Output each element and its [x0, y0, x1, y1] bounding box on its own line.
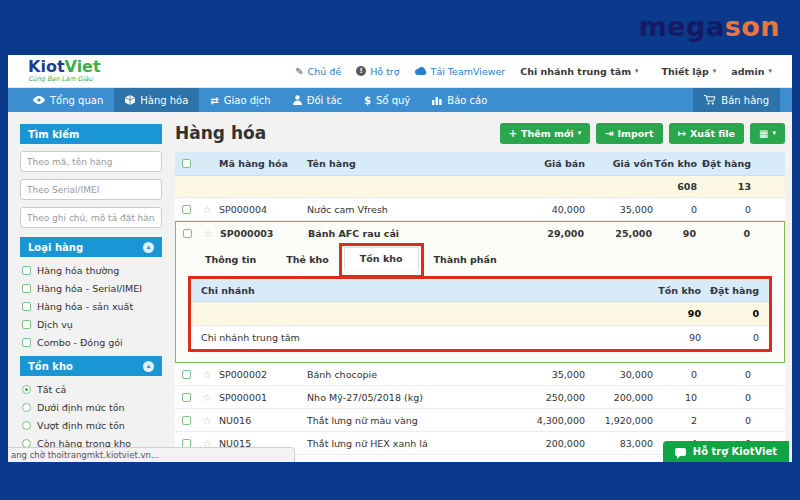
star-icon[interactable]: ☆ — [203, 392, 212, 403]
stock-section-header: Tồn kho▴ — [20, 356, 162, 376]
branch-selector[interactable]: Chi nhánh trung tâm▾ — [520, 66, 638, 77]
cell-name: Nho Mỹ-27/05/2018 (kg) — [307, 392, 490, 403]
table-row[interactable]: ☆ SP000001 Nho Mỹ-27/05/2018 (kg) 250,00… — [175, 386, 785, 409]
nav-partners[interactable]: Đối tác — [282, 88, 353, 112]
nav-cashbook-label: Sổ quỹ — [376, 95, 410, 106]
megason-logo-part2: son — [725, 11, 780, 42]
export-button[interactable]: ↦Xuất file — [669, 123, 744, 144]
cell-name: Bánh chocopie — [307, 369, 490, 380]
toolbar: +Thêm mới▾ ⇥Import ↦Xuất file ▦▾ — [500, 123, 785, 144]
browser-status-bar: ang chờ thoitrangmkt.kiotviet.vn... — [8, 447, 295, 462]
search-note-input[interactable] — [20, 207, 162, 228]
checkbox-icon[interactable] — [22, 284, 31, 293]
search-serial-input[interactable] — [20, 179, 162, 200]
nav-sell-button[interactable]: Bán hàng — [693, 88, 780, 112]
select-all-checkbox[interactable] — [182, 159, 191, 168]
checkbox-icon[interactable] — [22, 266, 31, 275]
row-checkbox[interactable] — [182, 393, 191, 402]
star-icon[interactable]: ☆ — [203, 415, 212, 426]
radio-icon[interactable] — [22, 421, 31, 430]
star-icon[interactable]: ☆ — [204, 228, 213, 239]
kiotviet-logo-text: KiotViet — [28, 59, 101, 75]
radio-icon[interactable] — [22, 403, 31, 412]
plus-icon: + — [509, 128, 517, 139]
collapse-icon[interactable]: ▴ — [143, 242, 154, 253]
category-option-service[interactable]: Dịch vụ — [20, 319, 162, 329]
support-link[interactable]: !Hỗ trợ — [356, 66, 399, 77]
detail-branch-row: Chi nhánh trung tâm 90 0 — [191, 326, 769, 349]
nav-reports[interactable]: Báo cáo — [421, 88, 498, 112]
radio-selected-icon[interactable] — [22, 385, 31, 394]
products-table: Mã hàng hóa Tên hàng Giá bán Giá vốn Tồn… — [175, 152, 785, 462]
table-row[interactable]: ☆ SP000002 Bánh chocopie 35,000 30,000 0… — [175, 363, 785, 386]
cell-order: 0 — [697, 369, 751, 380]
import-button[interactable]: ⇥Import — [596, 123, 662, 144]
tab-info[interactable]: Thông tin — [190, 249, 271, 270]
category-option-serial[interactable]: Hàng hóa - Serial/IMEI — [20, 283, 162, 293]
row-checkbox[interactable] — [182, 416, 191, 425]
user-menu[interactable]: admin▾ — [731, 66, 772, 77]
category-option-normal[interactable]: Hàng hóa thường — [20, 265, 162, 275]
header-stock[interactable]: Tồn kho — [653, 158, 697, 169]
row-checkbox[interactable] — [182, 370, 191, 379]
nav-cashbook[interactable]: $Sổ quỹ — [353, 88, 421, 112]
nav-overview[interactable]: Tổng quan — [22, 88, 114, 112]
cart-icon — [704, 95, 716, 105]
star-icon[interactable]: ☆ — [203, 369, 212, 380]
support-chat-button[interactable]: Hỗ trợ KiotViet — [663, 441, 789, 462]
logo-part1: Kiot — [28, 57, 65, 76]
detail-cell-order: 0 — [701, 332, 759, 343]
collapse-icon[interactable]: ▴ — [143, 361, 154, 372]
header-order[interactable]: Đặt hàng — [697, 158, 751, 169]
header-code[interactable]: Mã hàng hóa — [217, 158, 307, 169]
row-checkbox[interactable] — [182, 205, 191, 214]
browser-frame: megason KiotViet Cùng Bạn Làm Giàu ✎Chủ … — [0, 0, 800, 500]
nav-transactions-label: Giao dịch — [224, 95, 271, 106]
teamviewer-link-label: Tải TeamViewer — [431, 66, 506, 77]
category-section-header: Loại hàng▴ — [20, 237, 162, 257]
category-option-label: Hàng hóa - sản xuất — [37, 301, 133, 312]
cell-stock: 10 — [653, 392, 697, 403]
row-checkbox[interactable] — [183, 229, 192, 238]
cell-cost: 200,000 — [585, 392, 653, 403]
table-row-expanded[interactable]: ☆ SP000003 Bánh AFC rau cải 29,000 25,00… — [176, 222, 784, 244]
tab-stock-card[interactable]: Thẻ kho — [271, 249, 344, 270]
checkbox-icon[interactable] — [22, 338, 31, 347]
tab-components[interactable]: Thành phần — [419, 249, 512, 270]
column-options-button[interactable]: ▦▾ — [750, 123, 785, 144]
header-price[interactable]: Giá bán — [490, 158, 585, 169]
theme-link[interactable]: ✎Chủ đề — [295, 66, 341, 77]
teamviewer-link[interactable]: Tải TeamViewer — [415, 66, 506, 77]
search-code-input[interactable] — [20, 151, 162, 172]
category-option-combo[interactable]: Combo - Đóng gói — [20, 337, 162, 347]
nav-transactions[interactable]: ⇄Giao dịch — [199, 88, 281, 112]
category-option-manufactured[interactable]: Hàng hóa - sản xuất — [20, 301, 162, 311]
table-row[interactable]: ☆ NU016 Thắt lưng nữ màu vàng 4,300,000 … — [175, 409, 785, 432]
stock-option-above-max[interactable]: Vượt định mức tồn — [20, 420, 162, 430]
branch-selector-label: Chi nhánh trung tâm — [520, 66, 631, 77]
summary-stock: 608 — [653, 181, 697, 192]
detail-summary-order: 0 — [701, 308, 759, 319]
brush-icon: ✎ — [295, 66, 303, 77]
checkbox-icon[interactable] — [22, 302, 31, 311]
header-cost[interactable]: Giá vốn — [585, 158, 653, 169]
header-name[interactable]: Tên hàng — [307, 158, 490, 169]
import-label: Import — [618, 128, 654, 139]
import-icon: ⇥ — [605, 128, 613, 139]
tab-inventory[interactable]: Tồn kho — [344, 247, 419, 270]
chevron-down-icon: ▾ — [635, 67, 639, 75]
star-icon[interactable]: ☆ — [203, 204, 212, 215]
kiotviet-logo[interactable]: KiotViet Cùng Bạn Làm Giàu — [28, 59, 101, 83]
kiotviet-window: KiotViet Cùng Bạn Làm Giàu ✎Chủ đề !Hỗ t… — [8, 55, 792, 462]
megason-logo-part1: mega — [639, 11, 725, 42]
cell-order: 0 — [697, 392, 751, 403]
stock-option-all[interactable]: Tất cả — [20, 384, 162, 394]
cell-code: NU016 — [217, 415, 307, 426]
add-new-button[interactable]: +Thêm mới▾ — [500, 123, 590, 144]
checkbox-icon[interactable] — [22, 320, 31, 329]
settings-menu[interactable]: Thiết lập▾ — [662, 66, 717, 77]
nav-products[interactable]: Hàng hóa — [114, 88, 199, 112]
stock-option-below-min[interactable]: Dưới định mức tồn — [20, 402, 162, 412]
table-row[interactable]: ☆ SP000004 Nước cam Vfresh 40,000 35,000… — [175, 198, 785, 221]
nav-overview-label: Tổng quan — [50, 95, 103, 106]
